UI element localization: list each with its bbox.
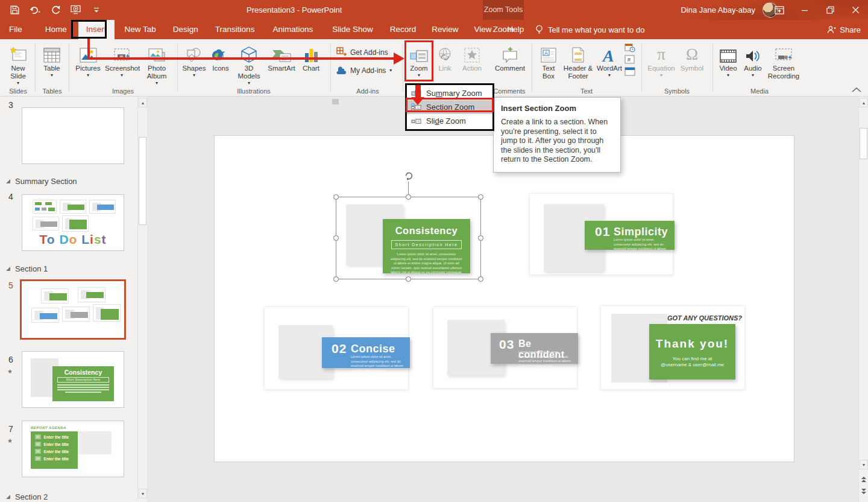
slide-number-icon[interactable]: # — [624, 55, 635, 66]
slide-4-thumbnail[interactable]: To Do List — [22, 194, 124, 251]
audio-icon — [741, 42, 764, 63]
section-header-summary[interactable]: Summary Section — [6, 177, 77, 186]
tab-record[interactable]: Record — [382, 20, 424, 39]
slide-3-thumbnail[interactable] — [22, 107, 124, 164]
tab-review[interactable]: Review — [424, 20, 466, 39]
comment-icon — [493, 42, 527, 63]
menu-item-slide-zoom[interactable]: Slide Zoom — [407, 114, 492, 128]
scroll-up-icon[interactable]: ▲ — [860, 98, 868, 107]
selection-handle-se[interactable] — [478, 276, 483, 282]
screen-recording-icon — [766, 42, 802, 63]
repeat-icon[interactable] — [49, 4, 61, 16]
selection-handle-nw[interactable] — [333, 194, 339, 200]
header-footer-button[interactable]: Header & Footer — [562, 42, 594, 80]
tab-animations[interactable]: Animations — [265, 20, 321, 39]
scroll-down-icon[interactable]: ▼ — [139, 489, 147, 498]
selection-handle-w[interactable] — [333, 235, 339, 241]
zoom-button[interactable]: Zoom ▾ — [406, 42, 432, 78]
thumbnail-pane-scrollbar[interactable]: ▲ ▼ — [137, 97, 147, 502]
section-header-2[interactable]: Section 2 — [6, 492, 48, 501]
icons-duck-icon — [209, 42, 233, 63]
tab-new-tab[interactable]: New Tab — [117, 20, 164, 39]
signed-in-user[interactable]: Dina Jane Abay-abay — [681, 5, 755, 14]
3d-cube-icon — [233, 42, 265, 63]
tab-file[interactable]: File — [1, 20, 30, 39]
canvas-vertical-scrollbar[interactable]: ▲ ▼ — [858, 97, 868, 502]
header-footer-icon — [562, 42, 594, 63]
todo-list-title: To Do List — [22, 232, 124, 247]
new-slide-button[interactable]: New Slide ▾ — [4, 42, 33, 86]
tab-design[interactable]: Design — [165, 20, 206, 39]
shapes-button[interactable]: Shapes ▾ — [180, 42, 209, 78]
annotation-down-arrowhead — [411, 97, 424, 105]
scroll-up-icon[interactable]: ▲ — [139, 98, 147, 107]
section-zoom-tooltip: Insert Section Zoom Create a link to a s… — [493, 97, 621, 173]
photo-album-button[interactable]: Photo Album ▾ — [140, 42, 174, 86]
previous-slide-button[interactable] — [860, 474, 868, 485]
collapse-ribbon-chevron[interactable] — [851, 84, 862, 95]
consistency-card[interactable]: Consistency Short Description Here Lorem… — [383, 219, 470, 273]
scrollbar-thumb[interactable] — [139, 137, 146, 225]
chart-icon — [298, 42, 324, 63]
slide-5-thumbnail-selected[interactable] — [20, 279, 126, 340]
slide-7-animation-star: ★ — [7, 437, 13, 444]
start-from-beginning-icon[interactable] — [70, 4, 82, 16]
tab-zoom-contextual[interactable]: Zoom — [483, 20, 524, 39]
thankyou-line1: You can find me at — [649, 356, 735, 361]
selection-handle-sw[interactable] — [333, 276, 339, 282]
datetime-icon[interactable] — [624, 43, 635, 55]
selection-handle-n[interactable] — [406, 194, 411, 200]
confident-body: Lorem ipsum dolor sit amet, consectetur … — [518, 350, 573, 368]
my-addins-button[interactable]: My Add-ins ▾ — [336, 66, 392, 75]
tab-home[interactable]: Home — [37, 20, 75, 39]
concise-card[interactable]: 02 Concise Lorem ipsum dolor sit amet, c… — [264, 307, 409, 390]
screenshot-button[interactable]: Screenshot ▾ — [105, 42, 139, 78]
svg-text:A: A — [544, 50, 548, 56]
thankyou-card[interactable]: GOT ANY QUESTIONS? Thank you! You can fi… — [600, 305, 745, 390]
undo-icon[interactable] — [29, 4, 41, 16]
annotation-down-arrow-shaft — [415, 85, 421, 98]
video-button[interactable]: Video ▾ — [716, 42, 740, 78]
object-icon[interactable] — [624, 67, 635, 78]
comment-button[interactable]: Comment — [493, 42, 527, 72]
3d-models-button[interactable]: 3D Models ▾ — [233, 42, 265, 86]
tab-slide-show[interactable]: Slide Show — [324, 20, 381, 39]
simplicity-card[interactable]: 01 Simplicity Lorem ipsum dolor sit amet… — [529, 193, 673, 275]
slide-7-thumbnail[interactable]: REPORT AGENDA 01Enter the title 02Enter … — [22, 421, 124, 477]
tab-transitions[interactable]: Transitions — [207, 20, 263, 39]
save-icon[interactable] — [8, 4, 20, 16]
section-header-1[interactable]: Section 1 — [6, 264, 48, 273]
audio-button[interactable]: Audio ▾ — [741, 42, 764, 78]
rotate-handle-icon[interactable] — [404, 171, 414, 183]
close-button[interactable] — [843, 0, 868, 20]
simplicity-body: Lorem ipsum dolor sit amet, consectetur … — [614, 238, 669, 256]
selection-handle-ne[interactable] — [478, 194, 483, 200]
wordart-button[interactable]: A WordArt ▾ — [594, 42, 624, 78]
share-button[interactable]: Share — [827, 20, 861, 39]
tell-me-box[interactable]: Tell me what you want to do — [535, 20, 644, 39]
group-comments: Comment Comments — [489, 39, 529, 96]
mini-consistency-subtitle: Short Description Here — [57, 377, 109, 383]
thankyou-question: GOT ANY QUESTIONS? — [667, 314, 742, 322]
slide-6-thumbnail[interactable]: Consistency Short Description Here — [22, 351, 124, 408]
concise-body: Lorem ipsum dolor sit amet, consectetur … — [351, 355, 405, 373]
slide-5-editing-surface[interactable]: Consistency Short Description Here Lorem… — [214, 135, 794, 462]
share-label: Share — [840, 25, 861, 34]
table-button[interactable]: Table ▾ — [38, 42, 66, 78]
next-slide-button[interactable] — [860, 486, 868, 497]
scrollbar-thumb[interactable] — [860, 128, 867, 159]
photo-album-icon — [140, 42, 174, 63]
scroll-down-icon[interactable]: ▼ — [860, 460, 868, 469]
get-addins-button[interactable]: Get Add-ins — [336, 47, 388, 57]
screen-recording-button[interactable]: Screen Recording — [766, 42, 802, 80]
ribbon-display-options-icon[interactable] — [767, 0, 792, 20]
confident-card[interactable]: 03 Be confident Lorem ipsum dolor sit am… — [433, 307, 577, 389]
get-addins-icon — [336, 47, 347, 57]
minimize-button[interactable] — [792, 0, 817, 20]
selection-handle-s[interactable] — [406, 276, 411, 282]
tab-insert[interactable]: Insert — [78, 20, 115, 39]
restore-button[interactable] — [817, 0, 843, 20]
text-box-button[interactable]: A Text Box — [536, 42, 561, 80]
selection-handle-e[interactable] — [478, 235, 483, 241]
customize-qat-icon[interactable] — [90, 4, 102, 16]
